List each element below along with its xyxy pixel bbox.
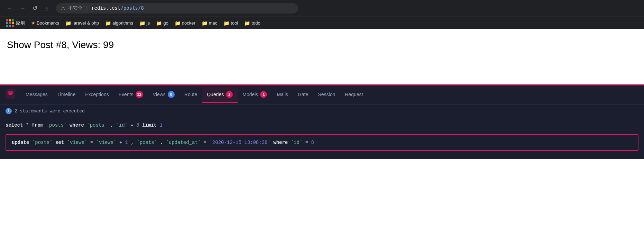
sql-column: `id` [116,122,128,128]
tab-gate[interactable]: Gate [293,88,313,102]
folder-icon: 📁 [223,20,229,26]
tab-models[interactable]: Models 1 [238,87,272,103]
bookmark-go[interactable]: 📁 go [153,19,171,27]
apps-button[interactable]: 应用 [3,18,28,28]
sql-value: 8 [311,140,314,145]
debugbar-tabs: Messages Timeline Exceptions Events 12 V… [0,85,644,104]
sql-keyword: limit [142,122,159,128]
folder-icon: 📁 [156,20,162,26]
tab-views[interactable]: Views 0 [148,87,180,103]
folder-icon: 📁 [139,20,145,26]
tab-route[interactable]: Route [180,88,202,102]
sql-table: `posts` [32,140,53,145]
folder-icon: 📁 [244,20,250,26]
browser-chrome: ← → ↺ ⌂ ⚠ 不安全 | redis.test/posts/8 应用 ★ [0,0,644,29]
models-badge: 1 [260,91,267,98]
bookmark-docker[interactable]: 📁 docker [172,19,198,27]
bookmark-tool[interactable]: 📁 tool [221,19,241,27]
info-text: 2 statements were executed [15,109,85,114]
bookmark-mac[interactable]: 📁 mac [199,19,220,27]
sql-keyword: where [70,122,87,128]
home-button[interactable]: ⌂ [43,3,50,13]
bookmark-label: laravel & php [73,20,99,26]
sql-op: * [26,122,32,128]
tab-session[interactable]: Session [313,88,340,102]
queries-badge: 2 [226,91,233,98]
back-button[interactable]: ← [4,3,15,13]
bookmark-label: docker [182,20,195,26]
sql-value: 1 [125,140,128,145]
folder-icon: 📁 [105,20,111,26]
bookmarks-bar: 应用 ★ Bookmarks 📁 laravel & php 📁 algorit… [0,17,644,29]
tab-request[interactable]: Request [340,88,368,102]
tab-queries[interactable]: Queries 2 [202,87,238,103]
folder-icon: 📁 [65,20,71,26]
query-1: select * from `posts` where `posts` . `i… [6,119,638,131]
sql-column: `views` [67,140,88,145]
page-title: Show Post #8, Views: 99 [7,39,637,51]
reload-button[interactable]: ↺ [30,3,40,13]
folder-icon: 📁 [202,20,208,26]
bookmark-label: tool [231,20,238,26]
bookmark-algorithms[interactable]: 📁 algorithms [102,19,136,27]
views-badge: 0 [168,91,175,98]
sql-value: 8 [136,122,139,128]
sql-keyword: update [12,140,29,145]
tab-exceptions[interactable]: Exceptions [80,88,113,102]
sql-value: 1 [159,122,162,128]
bookmarks-button[interactable]: ★ Bookmarks [28,19,62,27]
security-warning-icon: ⚠ [61,6,65,11]
bookmark-js[interactable]: 📁 js [137,19,153,27]
sql-keyword: set [55,140,67,145]
apps-label: 应用 [16,20,25,26]
bookmark-laravel-php[interactable]: 📁 laravel & php [63,19,102,27]
sql-keyword: from [32,122,44,128]
star-icon: ★ [31,20,35,26]
page-content: Show Post #8, Views: 99 [0,29,644,84]
sql-table: `posts` [87,122,107,128]
sql-table: `posts` [46,122,67,128]
tab-events[interactable]: Events 12 [114,87,148,103]
sql-column: `updated_at` [166,140,201,145]
sql-column: `id` [291,140,303,145]
sql-keyword: select [6,122,23,128]
bookmark-todo[interactable]: 📁 todo [241,19,263,27]
bookmark-label: js [147,20,150,26]
security-label: 不安全 | redis.test/posts/8 [68,5,144,11]
info-icon: i [6,108,12,114]
debugbar-logo [3,85,17,104]
tab-mails[interactable]: Mails [272,88,293,102]
address-bar[interactable]: ⚠ 不安全 | redis.test/posts/8 [56,3,298,13]
debugbar-content: i 2 statements were executed select * fr… [0,104,644,159]
bookmarks-label: Bookmarks [37,20,59,26]
bookmark-label: algorithms [112,20,133,26]
tab-timeline[interactable]: Timeline [53,88,80,102]
tab-messages[interactable]: Messages [21,88,53,102]
forward-button[interactable]: → [17,3,28,13]
browser-titlebar: ← → ↺ ⌂ ⚠ 不安全 | redis.test/posts/8 [0,0,644,17]
bookmark-label: mac [209,20,218,26]
bookmark-label: todo [251,20,260,26]
apps-icon [6,19,14,27]
sql-string: '2020-12-15 13:08:38' [209,140,270,145]
info-row: i 2 statements were executed [6,108,638,114]
query-2: update `posts` set `views` = `views` + 1… [6,134,638,151]
sql-keyword: where [273,140,291,145]
debugbar: Messages Timeline Exceptions Events 12 V… [0,84,644,159]
bookmark-label: go [163,20,168,26]
events-badge: 12 [136,91,143,98]
folder-icon: 📁 [175,20,181,26]
sql-table: `posts` [137,140,157,145]
sql-column: `views` [96,140,117,145]
